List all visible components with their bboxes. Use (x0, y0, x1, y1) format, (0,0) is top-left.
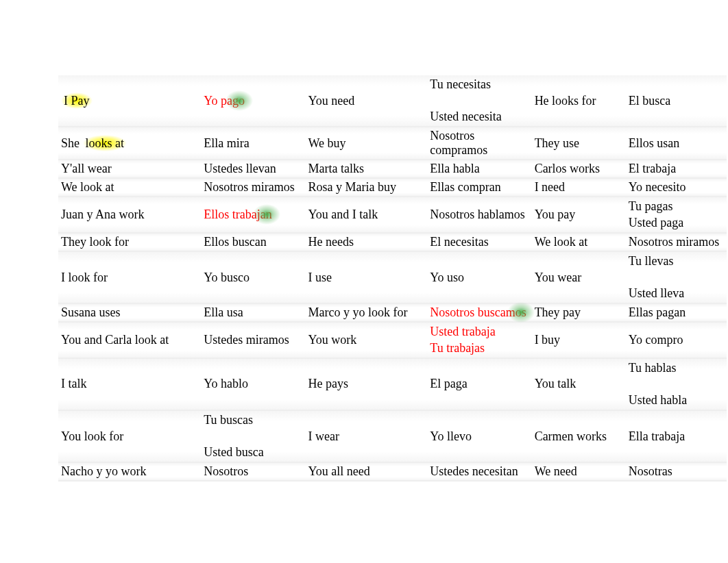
cell: They pay (532, 303, 626, 322)
cell: El necesitas (427, 233, 531, 251)
cell: Juan y Ana work (58, 197, 201, 233)
cell: Ellos trabajan (201, 197, 305, 233)
cell: Carlos works (532, 160, 626, 178)
cell: El busca (626, 75, 727, 127)
cell: Nosotras (626, 462, 727, 481)
cell: Tu llevas Usted lleva (626, 251, 727, 303)
cell: I wear (306, 410, 428, 462)
table-row: She looks atElla miraWe buyNosotros comp… (58, 127, 727, 160)
table-row: I talkYo habloHe paysEl pagaYou talkTu h… (58, 358, 727, 410)
cell: We buy (306, 127, 428, 160)
cell: El trabaja (626, 160, 727, 178)
cell: Rosa y Maria buy (306, 178, 428, 197)
cell: Ella mira (201, 127, 305, 160)
cell: You look for (58, 410, 201, 462)
table-row: Susana usesElla usaMarco y yo look forNo… (58, 303, 727, 322)
cell: You work (306, 322, 428, 358)
cell: El paga (427, 358, 531, 410)
cell: Y'all wear (58, 160, 201, 178)
cell: Marta talks (306, 160, 428, 178)
cell: Yo necesito (626, 178, 727, 197)
table-row: Y'all wearUstedes llevanMarta talksElla … (58, 160, 727, 178)
cell: We look at (532, 233, 626, 251)
cell: Ustedes necesitan (427, 462, 531, 481)
cell: Nosotros buscamos (427, 303, 531, 322)
cell: I look for (58, 251, 201, 303)
cell: He looks for (532, 75, 626, 127)
cell: Tu pagas Usted paga (626, 197, 727, 233)
cell: Nacho y yo work (58, 462, 201, 481)
cell: Nosotros (201, 462, 305, 481)
cell: Ellos usan (626, 127, 727, 160)
table-row: Juan y Ana workEllos trabajanYou and I t… (58, 197, 727, 233)
cell: Ellas pagan (626, 303, 727, 322)
cell: You talk (532, 358, 626, 410)
cell: I talk (58, 358, 201, 410)
cell: I Pay (58, 75, 201, 127)
cell: Ustedes llevan (201, 160, 305, 178)
cell: You need (306, 75, 428, 127)
cell: Yo uso (427, 251, 531, 303)
cell: Ella trabaja (626, 410, 727, 462)
cell: You wear (532, 251, 626, 303)
cell: I buy (532, 322, 626, 358)
cell: Yo hablo (201, 358, 305, 410)
cell: Tu necesitas Usted necesita (427, 75, 531, 127)
table-row: I PayYo pagoYou needTu necesitas Usted n… (58, 75, 727, 127)
cell: Susana uses (58, 303, 201, 322)
cell: Yo pago (201, 75, 305, 127)
cell: I need (532, 178, 626, 197)
cell: You and Carla look at (58, 322, 201, 358)
cell: Yo busco (201, 251, 305, 303)
cell: We look at (58, 178, 201, 197)
cell: You pay (532, 197, 626, 233)
table-row: You look forTu buscas Usted buscaI wearY… (58, 410, 727, 462)
table-row: Nacho y yo workNosotrosYou all needUsted… (58, 462, 727, 481)
cell: Yo compro (626, 322, 727, 358)
cell: He pays (306, 358, 428, 410)
cell: Yo llevo (427, 410, 531, 462)
cell: You all need (306, 462, 428, 481)
cell: Nosotros compramos (427, 127, 531, 160)
cell: Nosotros miramos (201, 178, 305, 197)
cell: You and I talk (306, 197, 428, 233)
cell: Marco y yo look for (306, 303, 428, 322)
cell: Tu hablas Usted habla (626, 358, 727, 410)
cell: They look for (58, 233, 201, 251)
cell: Ellas compran (427, 178, 531, 197)
verb-conjugation-table: I PayYo pagoYou needTu necesitas Usted n… (58, 75, 727, 481)
cell: Usted trabaja Tu trabajas (427, 322, 531, 358)
cell: Ella habla (427, 160, 531, 178)
cell: They use (532, 127, 626, 160)
cell: He needs (306, 233, 428, 251)
cell: We need (532, 462, 626, 481)
table-row: I look forYo buscoI useYo usoYou wearTu … (58, 251, 727, 303)
table-row: We look atNosotros miramosRosa y Maria b… (58, 178, 727, 197)
table-row: They look forEllos buscanHe needsEl nece… (58, 233, 727, 251)
cell: Ustedes miramos (201, 322, 305, 358)
cell: I use (306, 251, 428, 303)
cell: Ella usa (201, 303, 305, 322)
cell: Ellos buscan (201, 233, 305, 251)
cell: She looks at (58, 127, 201, 160)
table-row: You and Carla look atUstedes miramosYou … (58, 322, 727, 358)
cell: Tu buscas Usted busca (201, 410, 305, 462)
cell: Carmen works (532, 410, 626, 462)
cell: Nosotros hablamos (427, 197, 531, 233)
cell: Nosotros miramos (626, 233, 727, 251)
